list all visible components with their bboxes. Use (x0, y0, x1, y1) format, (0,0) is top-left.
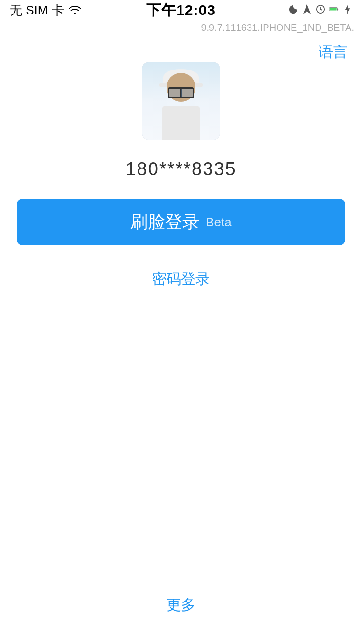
face-login-beta-label: Beta (206, 215, 232, 230)
language-button[interactable]: 语言 (319, 42, 348, 62)
phone-number: 180****8335 (125, 159, 236, 180)
person-figure (142, 62, 220, 140)
wifi-icon (68, 3, 82, 18)
main-content: 180****8335 刷脸登录 Beta 密码登录 (0, 33, 362, 289)
no-sim-label: 无 SIM 卡 (10, 2, 64, 19)
avatar (142, 62, 220, 140)
location-icon (302, 4, 312, 16)
battery-icon (329, 4, 339, 16)
status-network: 无 SIM 卡 (10, 2, 82, 19)
avatar-image (142, 62, 220, 140)
person-body (162, 106, 200, 140)
version-text: 9.9.7.111631.IPHONE_1ND_BETA. (0, 22, 362, 33)
status-icons (289, 4, 352, 16)
moon-icon (289, 4, 298, 16)
face-login-label: 刷脸登录 (130, 210, 200, 234)
more-button[interactable]: 更多 (167, 595, 195, 615)
password-login-button[interactable]: 密码登录 (152, 269, 210, 289)
person-glasses (168, 87, 194, 95)
svg-line-2 (320, 9, 322, 10)
face-login-button[interactable]: 刷脸登录 Beta (17, 199, 345, 245)
status-time: 下午12:03 (146, 0, 216, 20)
status-bar: 无 SIM 卡 下午12:03 (0, 0, 362, 20)
svg-rect-5 (330, 8, 337, 10)
clock-icon (316, 4, 325, 16)
svg-rect-4 (337, 9, 338, 10)
charging-icon (343, 4, 352, 16)
